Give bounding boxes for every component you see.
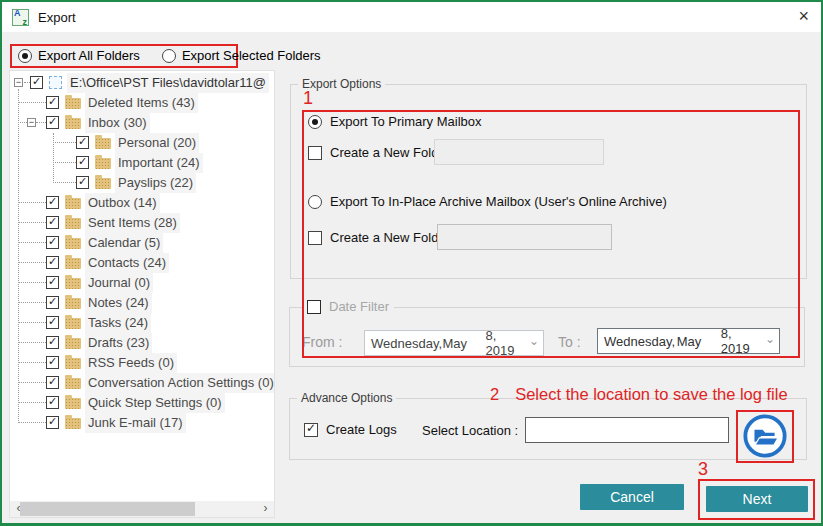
tree-checkbox[interactable] <box>46 356 59 369</box>
create-folder-primary-input[interactable] <box>434 139 604 165</box>
create-logs-label: Create Logs <box>326 422 397 437</box>
tree-connector <box>53 162 76 163</box>
tree-item-label: RSS Feeds (0) <box>85 353 177 373</box>
tree-item-label: Important (24) <box>115 153 203 173</box>
tree-item-label: Conversation Action Settings (0) <box>85 373 275 393</box>
primary-mailbox-row: Export To Primary Mailbox <box>308 114 481 129</box>
tree-item[interactable]: Personal (20) <box>10 133 274 153</box>
export-archive-radio[interactable] <box>308 195 322 209</box>
tree-item[interactable]: Outbox (14) <box>10 193 274 213</box>
export-all-folders-radio[interactable] <box>18 49 32 63</box>
tree-item-label: Calendar (5) <box>85 233 163 253</box>
tree-item[interactable]: Contacts (24) <box>10 253 274 273</box>
create-folder-archive-checkbox[interactable] <box>308 231 322 245</box>
tree-item[interactable]: −Inbox (30) <box>10 113 274 133</box>
export-primary-label: Export To Primary Mailbox <box>330 114 481 129</box>
tree-item[interactable]: −E:\Office\PST Files\davidtolar11@ <box>10 73 274 93</box>
tree-checkbox[interactable] <box>46 236 59 249</box>
tree-checkbox[interactable] <box>46 216 59 229</box>
tree-item[interactable]: Deleted Items (43) <box>10 93 274 113</box>
tree-item[interactable]: RSS Feeds (0) <box>10 353 274 373</box>
folder-icon <box>65 358 81 369</box>
tree-checkbox[interactable] <box>30 76 43 89</box>
tree-item[interactable]: Drafts (23) <box>10 333 274 353</box>
tree-checkbox[interactable] <box>46 296 59 309</box>
browse-folder-button[interactable] <box>740 412 790 460</box>
tree-item-label: Quick Step Settings (0) <box>85 393 225 413</box>
folder-icon <box>95 178 111 189</box>
create-folder-primary-row: Create a New Folder <box>308 145 450 160</box>
tree-item[interactable]: Important (24) <box>10 153 274 173</box>
date-filter-label: Date Filter <box>329 299 389 314</box>
tree-item[interactable]: Conversation Action Settings (0) <box>10 373 274 393</box>
date-filter-checkbox[interactable] <box>307 300 321 314</box>
tree-checkbox[interactable] <box>46 256 59 269</box>
close-icon[interactable]: × <box>798 6 809 26</box>
export-all-folders-label: Export All Folders <box>38 48 140 63</box>
tree-connector <box>18 422 46 423</box>
expander-minus-icon[interactable]: − <box>14 78 23 87</box>
create-folder-archive-row: Create a New Folder <box>308 230 450 245</box>
scrollbar-thumb[interactable] <box>20 502 195 516</box>
tree-checkbox[interactable] <box>46 376 59 389</box>
archive-mailbox-row: Export To In-Place Archive Mailbox (User… <box>308 194 667 209</box>
title-bar: Az Export × <box>2 2 821 32</box>
select-location-input[interactable] <box>525 417 729 443</box>
expander-minus-icon[interactable]: − <box>27 118 36 127</box>
tree-checkbox[interactable] <box>46 276 59 289</box>
export-selected-folders-label: Export Selected Folders <box>182 48 321 63</box>
tree-item-label: Sent Items (28) <box>85 213 180 233</box>
tree-checkbox[interactable] <box>76 176 89 189</box>
to-date-dropdown[interactable]: Wednesday, May 8, 2019 ⌄ <box>597 328 780 354</box>
tree-item[interactable]: Tasks (24) <box>10 313 274 333</box>
folder-icon <box>65 318 81 329</box>
tree-item[interactable]: Sent Items (28) <box>10 213 274 233</box>
tree-item[interactable]: Calendar (5) <box>10 233 274 253</box>
tree-checkbox[interactable] <box>46 336 59 349</box>
scroll-right-icon[interactable]: › <box>257 501 274 517</box>
tree-item[interactable]: Notes (24) <box>10 293 274 313</box>
next-button[interactable]: Next <box>706 486 808 512</box>
tree-checkbox[interactable] <box>46 316 59 329</box>
folder-icon <box>65 298 81 309</box>
tree-horizontal-scrollbar[interactable]: ‹ › <box>10 501 274 517</box>
from-date-dropdown[interactable]: Wednesday, May 8, 2019 ⌄ <box>364 330 544 356</box>
tree-item-label: Drafts (23) <box>85 333 152 353</box>
folder-tree: −E:\Office\PST Files\davidtolar11@Delete… <box>9 70 275 518</box>
create-logs-checkbox[interactable] <box>304 423 318 437</box>
export-selected-folders-radio[interactable] <box>162 49 176 63</box>
tree-connector <box>53 142 76 143</box>
folder-icon <box>65 338 81 349</box>
folder-icon <box>95 138 111 149</box>
folder-mode-radios: Export All Folders Export Selected Folde… <box>18 48 337 63</box>
tree-checkbox[interactable] <box>46 96 59 109</box>
tree-item-label: Payslips (22) <box>115 173 196 193</box>
folder-icon <box>65 378 81 389</box>
tree-item-label: Inbox (30) <box>85 113 150 133</box>
tree-checkbox[interactable] <box>46 416 59 429</box>
tree-item[interactable]: Junk E-mail (17) <box>10 413 274 433</box>
tree-connector <box>18 342 46 343</box>
tree-item[interactable]: Quick Step Settings (0) <box>10 393 274 413</box>
create-folder-archive-input[interactable] <box>437 224 612 250</box>
folder-icon <box>65 118 81 129</box>
tree-checkbox[interactable] <box>46 396 59 409</box>
tree-checkbox[interactable] <box>46 116 59 129</box>
create-folder-primary-checkbox[interactable] <box>308 146 322 160</box>
app-sort-az-icon: Az <box>12 9 29 26</box>
create-logs-row: Create Logs <box>304 422 397 437</box>
tree-checkbox[interactable] <box>76 136 89 149</box>
tree-checkbox[interactable] <box>76 156 89 169</box>
annotation-step2: 2 <box>490 385 499 403</box>
export-primary-radio[interactable] <box>308 115 322 129</box>
cancel-button[interactable]: Cancel <box>580 484 684 510</box>
tree-item[interactable]: Payslips (22) <box>10 173 274 193</box>
tree-connector <box>53 182 76 183</box>
tree-checkbox[interactable] <box>46 196 59 209</box>
export-dialog-window: Az Export × Export All Folders Export Se… <box>0 0 823 526</box>
tree-item[interactable]: Journal (0) <box>10 273 274 293</box>
tree-item-label: E:\Office\PST Files\davidtolar11@ <box>67 73 269 93</box>
to-day-year: 8, 2019 <box>721 326 763 356</box>
create-folder-primary-label: Create a New Folder <box>330 145 450 160</box>
tree-connector <box>18 202 46 203</box>
